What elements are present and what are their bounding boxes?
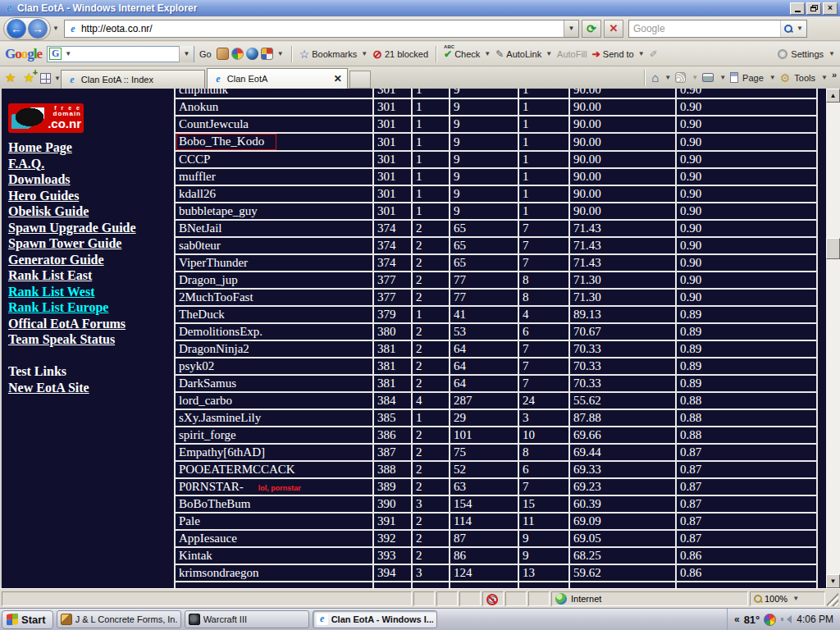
tools-gear-icon[interactable]: ⚙ bbox=[780, 71, 791, 84]
tab-close-icon[interactable]: ✕ bbox=[334, 73, 342, 84]
rank-cell: 301 bbox=[373, 151, 412, 168]
ratio-cell: 0.87 bbox=[676, 513, 817, 530]
google-apps-dropdown[interactable]: ▼ bbox=[277, 50, 284, 57]
popup-blocker-pane[interactable] bbox=[482, 591, 504, 606]
google-spiral-icon[interactable] bbox=[231, 48, 244, 60]
table-row: CCCP 301 1 9 1 90.00 0.90 bbox=[175, 151, 817, 168]
rank-cell: 374 bbox=[373, 254, 412, 272]
address-dropdown[interactable]: ▼ bbox=[564, 21, 578, 37]
address-bar[interactable]: e http://eota.co.nr/ ▼ bbox=[64, 20, 579, 38]
page-menu-button[interactable]: Page bbox=[742, 73, 764, 83]
zoom-control[interactable]: 100% ▼ bbox=[750, 591, 825, 606]
google-apps-icon[interactable] bbox=[261, 48, 273, 60]
stop-button[interactable]: ✕ bbox=[604, 20, 623, 38]
tab-list-dropdown[interactable]: ▼ bbox=[54, 75, 61, 82]
search-box[interactable]: Google ▼ bbox=[628, 20, 807, 38]
volume-icon[interactable] bbox=[780, 614, 790, 624]
highlighter-icon[interactable]: ✐ bbox=[650, 48, 658, 60]
vertical-scrollbar[interactable]: ▲ ▼ bbox=[826, 89, 840, 588]
new-tab-stub[interactable] bbox=[349, 71, 371, 89]
stat-cell: 63 bbox=[450, 478, 518, 495]
google-go-button[interactable]: Go bbox=[199, 49, 212, 59]
forward-button[interactable]: → bbox=[28, 19, 48, 39]
stat-cell: 114 bbox=[450, 513, 518, 530]
add-favorite-icon[interactable]: ★ bbox=[23, 71, 34, 85]
toolbar-overflow-chevron[interactable]: » bbox=[832, 70, 837, 80]
favorites-center-icon[interactable]: ★ bbox=[5, 71, 16, 85]
refresh-button[interactable]: ⟳ bbox=[582, 20, 601, 38]
scrollbar-thumb[interactable] bbox=[826, 238, 840, 259]
google-search-dropdown[interactable]: ▼ bbox=[65, 50, 71, 57]
start-button[interactable]: Start bbox=[2, 610, 53, 629]
sidebar-link[interactable]: Rank List Europe bbox=[8, 299, 172, 316]
google-news-icon[interactable] bbox=[217, 48, 229, 60]
table-row: chipmunk 301 1 9 1 90.00 0.90 bbox=[175, 89, 817, 98]
sidebar-link[interactable]: Spawn Upgrade Guide bbox=[8, 220, 172, 236]
player-name: CountJewcula bbox=[179, 117, 249, 130]
player-name: bubbletape_guy bbox=[179, 204, 258, 217]
popup-blocker-button[interactable]: ⊘ 21 blocked bbox=[372, 48, 428, 61]
sidebar-link[interactable]: Obelisk Guide bbox=[8, 203, 172, 220]
settings-button[interactable]: Settings bbox=[791, 49, 824, 59]
taskbar-button[interactable]: e Clan EotA - Windows I... bbox=[313, 610, 437, 628]
player-name: POOEATERMCCACK bbox=[179, 463, 295, 476]
sidebar-link[interactable]: Downloads bbox=[8, 171, 172, 188]
restore-button[interactable] bbox=[806, 2, 821, 15]
percent-cell: 90.00 bbox=[569, 203, 676, 220]
address-url[interactable]: http://eota.co.nr/ bbox=[81, 23, 564, 34]
stat-cell: 2 bbox=[412, 323, 450, 340]
spellcheck-button[interactable]: ABC ✔ Check ▼ bbox=[444, 48, 491, 60]
sidebar-link[interactable]: Test Links bbox=[8, 363, 172, 380]
freedomain-logo[interactable]: f r e e domain .co.nr bbox=[8, 103, 84, 133]
tray-collapse-chevron[interactable]: « bbox=[734, 614, 740, 625]
page-icon[interactable] bbox=[730, 72, 738, 83]
player-name-cell: CountJewcula bbox=[175, 116, 373, 133]
sidebar-link[interactable]: Generator Guide bbox=[8, 252, 172, 268]
search-go-button[interactable]: ▼ bbox=[780, 21, 806, 37]
sidebar-link[interactable]: Team Speak Status bbox=[8, 331, 172, 348]
scroll-up-button[interactable]: ▲ bbox=[826, 89, 840, 103]
back-button[interactable]: ← bbox=[7, 19, 26, 39]
sidebar-link[interactable]: New EotA Site bbox=[8, 380, 172, 396]
taskbar-button[interactable]: J & L Concrete Forms, In... bbox=[57, 610, 181, 628]
sidebar-link[interactable]: Offical EotA Forums bbox=[8, 316, 172, 332]
ratio-cell: 0.90 bbox=[676, 220, 817, 237]
sidebar-link[interactable]: Hero Guides bbox=[8, 188, 172, 204]
taskbar-button[interactable]: Warcraft III bbox=[185, 610, 309, 628]
google-search-input[interactable]: G ▼ ▼ bbox=[47, 46, 194, 62]
weather-app-icon[interactable] bbox=[764, 614, 776, 626]
close-button[interactable]: × bbox=[823, 2, 838, 15]
resize-grip[interactable] bbox=[827, 591, 838, 606]
recent-pages-dropdown[interactable]: ▼ bbox=[52, 25, 59, 32]
autolink-button[interactable]: ✎ AutoLink ▼ bbox=[495, 48, 552, 60]
sidebar-link[interactable]: Rank List East bbox=[8, 267, 172, 284]
home-icon[interactable]: ⌂ bbox=[651, 71, 659, 84]
sendto-button[interactable]: ➔ Send to ▼ bbox=[592, 48, 645, 60]
windows-flag-icon bbox=[7, 613, 18, 625]
rss-feed-icon[interactable] bbox=[675, 72, 686, 83]
player-name: DarkSamus bbox=[179, 377, 236, 390]
minimize-button[interactable] bbox=[790, 2, 805, 15]
sidebar-link[interactable] bbox=[8, 348, 172, 364]
google-search-history-dropdown[interactable]: ▼ bbox=[179, 46, 194, 62]
sidebar-link[interactable]: F.A.Q. bbox=[8, 156, 172, 172]
zoom-dropdown[interactable]: ▼ bbox=[792, 595, 799, 602]
tab-clan-eota-index[interactable]: e Clan EotA :: Index bbox=[61, 70, 205, 89]
ratio-cell: 0.89 bbox=[676, 358, 817, 375]
autofill-button[interactable]: AutoFill bbox=[557, 49, 587, 59]
scroll-down-button[interactable]: ▼ bbox=[826, 574, 840, 588]
tab-clan-eota[interactable]: e Clan EotA ✕ bbox=[207, 68, 348, 89]
weather-temperature[interactable]: 81° bbox=[744, 614, 760, 626]
google-earth-icon[interactable] bbox=[246, 48, 258, 60]
bookmarks-button[interactable]: ☆ Bookmarks ▼ bbox=[299, 48, 368, 61]
rank-cell: 385 bbox=[373, 409, 412, 427]
print-icon[interactable] bbox=[702, 73, 714, 82]
tools-menu-button[interactable]: Tools bbox=[794, 73, 815, 83]
search-options-dropdown[interactable]: ▼ bbox=[797, 25, 803, 32]
sidebar-link[interactable]: Spawn Tower Guide bbox=[8, 235, 172, 252]
search-placeholder[interactable]: Google bbox=[633, 23, 780, 34]
quick-tabs-icon[interactable] bbox=[40, 73, 51, 84]
sidebar-link[interactable]: Rank List West bbox=[8, 284, 172, 300]
player-name: lord_carbo bbox=[179, 394, 232, 407]
sidebar-link[interactable]: Home Page bbox=[8, 139, 172, 156]
